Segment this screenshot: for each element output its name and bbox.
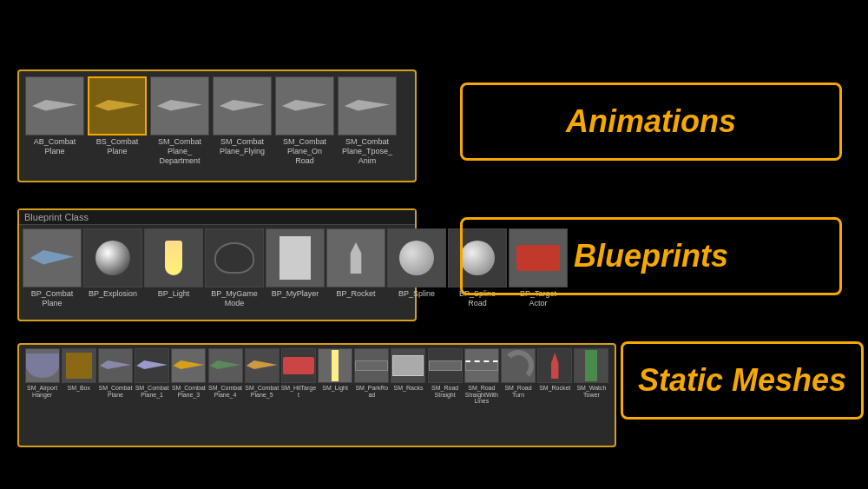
asset-label: BP_Rocket: [336, 289, 375, 299]
list-item[interactable]: SM_Box: [61, 348, 96, 405]
list-item[interactable]: BP_Spline: [387, 228, 446, 308]
staticmeshes-panel: SM_AirportHanger SM_Box SM_CombatPlane S…: [17, 343, 616, 447]
list-item[interactable]: SM_RoadStraight: [427, 348, 463, 405]
asset-thumbnail: [245, 348, 279, 383]
list-item[interactable]: SM_CombatPlane_OnRoad: [274, 76, 335, 175]
staticmeshes-grid: SM_AirportHanger SM_Box SM_CombatPlane S…: [19, 345, 615, 408]
blueprints-grid: BP_CombatPlane BP_Explosion BP_Light BP_…: [19, 225, 415, 312]
list-item[interactable]: SM_Rocket: [537, 348, 573, 405]
list-item[interactable]: SM_WatchTower: [574, 348, 609, 405]
asset-thumbnail: [205, 228, 264, 287]
asset-label: SM_CombatPlane_Department: [158, 137, 201, 165]
list-item[interactable]: BP_MyPlayer: [266, 228, 325, 308]
asset-label: BP_Spline: [398, 289, 435, 299]
animations-label-text: Animations: [566, 103, 736, 140]
list-item[interactable]: SM_Light: [318, 348, 353, 405]
list-item[interactable]: SM_AirportHanger: [24, 348, 60, 405]
asset-thumbnail: [213, 76, 272, 135]
asset-label: SM_CombatPlane: [99, 385, 133, 398]
asset-label: SM_RoadStraight: [431, 385, 458, 398]
asset-label: SM_ParkRoad: [354, 385, 390, 398]
list-item[interactable]: BP_CombatPlane: [23, 228, 82, 308]
list-item[interactable]: SM_ParkRoad: [354, 348, 390, 405]
asset-thumbnail: [98, 348, 133, 383]
asset-thumbnail: [275, 76, 334, 135]
asset-thumbnail: [25, 348, 60, 383]
asset-thumbnail: [88, 76, 147, 135]
asset-label: BP_MyPlayer: [272, 289, 319, 299]
list-item[interactable]: BP_Light: [144, 228, 203, 308]
asset-thumbnail: [326, 228, 385, 287]
asset-label: BP_MyGameMode: [211, 289, 258, 308]
asset-thumbnail: [25, 76, 84, 135]
list-item[interactable]: SM_CombatPlane_5: [244, 348, 279, 405]
blueprints-label-box: Blueprints: [460, 217, 842, 295]
asset-thumbnail: [135, 348, 169, 383]
list-item[interactable]: SM_RoadTurn: [500, 348, 536, 405]
asset-label: SM_RoadTurn: [504, 385, 531, 398]
asset-thumbnail: [428, 348, 463, 383]
list-item[interactable]: SM_CombatPlane_Flying: [212, 76, 273, 175]
asset-thumbnail: [574, 348, 608, 383]
blueprint-class-header: Blueprint Class: [19, 210, 415, 225]
list-item[interactable]: BP_MyGameMode: [205, 228, 264, 308]
staticmeshes-label-text: Static Meshes: [638, 362, 846, 399]
asset-thumbnail: [62, 348, 96, 383]
list-item[interactable]: SM_CombatPlane_4: [207, 348, 243, 405]
asset-label: SM_CombatPlane_4: [208, 385, 242, 398]
asset-label: SM_CombatPlane_1: [135, 385, 169, 398]
blueprints-label-text: Blueprints: [574, 238, 728, 274]
asset-thumbnail: [208, 348, 243, 383]
list-item[interactable]: SM_Racks: [391, 348, 426, 405]
asset-label: SM_CombatPlane_3: [172, 385, 206, 398]
list-item[interactable]: BP_Rocket: [326, 228, 385, 308]
list-item[interactable]: SM_HitTarget: [280, 348, 316, 405]
asset-thumbnail: [144, 228, 203, 287]
asset-thumbnail: [318, 348, 352, 383]
list-item[interactable]: SM_CombatPlane_3: [171, 348, 207, 405]
asset-label: SM_HitTarget: [280, 385, 316, 398]
staticmeshes-label-box: Static Meshes: [621, 341, 864, 420]
asset-thumbnail: [387, 228, 446, 287]
asset-label: BS_CombatPlane: [96, 137, 139, 156]
animations-grid: AB_Combat Plane BS_CombatPlane SM_Combat…: [19, 71, 415, 181]
asset-thumbnail: [281, 348, 316, 383]
blueprints-panel: Blueprint Class BP_CombatPlane BP_Explos…: [17, 208, 417, 321]
asset-thumbnail: [171, 348, 206, 383]
list-item[interactable]: BP_Explosion: [83, 228, 142, 308]
asset-thumbnail: [501, 348, 536, 383]
asset-thumbnail: [354, 348, 389, 383]
asset-label: SM_CombatPlane_Flying: [220, 137, 265, 156]
asset-label: SM_CombatPlane_Tpose_Anim: [342, 137, 392, 165]
asset-label: SM_CombatPlane_OnRoad: [283, 137, 326, 165]
asset-thumbnail: [464, 348, 499, 383]
list-item[interactable]: SM_RoadStraightWithLines: [464, 348, 499, 405]
asset-label: SM_Box: [68, 385, 90, 392]
list-item[interactable]: SM_CombatPlane_Department: [149, 76, 210, 175]
list-item[interactable]: SM_CombatPlane: [97, 348, 133, 405]
asset-label: SM_Rocket: [539, 385, 570, 392]
asset-thumbnail: [338, 76, 397, 135]
animations-label-box: Animations: [460, 83, 842, 161]
asset-label: SM_WatchTower: [576, 385, 606, 398]
list-item[interactable]: AB_Combat Plane: [24, 76, 85, 175]
asset-label: SM_AirportHanger: [27, 385, 57, 398]
asset-label: SM_Light: [322, 385, 348, 392]
asset-thumbnail: [537, 348, 572, 383]
asset-thumbnail: [23, 228, 82, 287]
asset-thumbnail: [266, 228, 325, 287]
asset-label: BP_CombatPlane: [31, 289, 74, 308]
asset-label: SM_CombatPlane_5: [245, 385, 279, 398]
animations-panel: AB_Combat Plane BS_CombatPlane SM_Combat…: [17, 69, 417, 182]
asset-thumbnail: [391, 348, 425, 383]
asset-thumbnail: [83, 228, 142, 287]
asset-label: SM_Racks: [394, 385, 424, 392]
asset-thumbnail: [150, 76, 209, 135]
asset-label: BP_Light: [158, 289, 190, 299]
asset-label: BP_Explosion: [89, 289, 137, 299]
list-item[interactable]: SM_CombatPlane_Tpose_Anim: [337, 76, 398, 175]
list-item[interactable]: BS_CombatPlane: [87, 76, 148, 175]
list-item[interactable]: SM_CombatPlane_1: [135, 348, 170, 405]
asset-label: AB_Combat Plane: [24, 137, 85, 156]
asset-label: SM_RoadStraightWithLines: [465, 385, 498, 405]
